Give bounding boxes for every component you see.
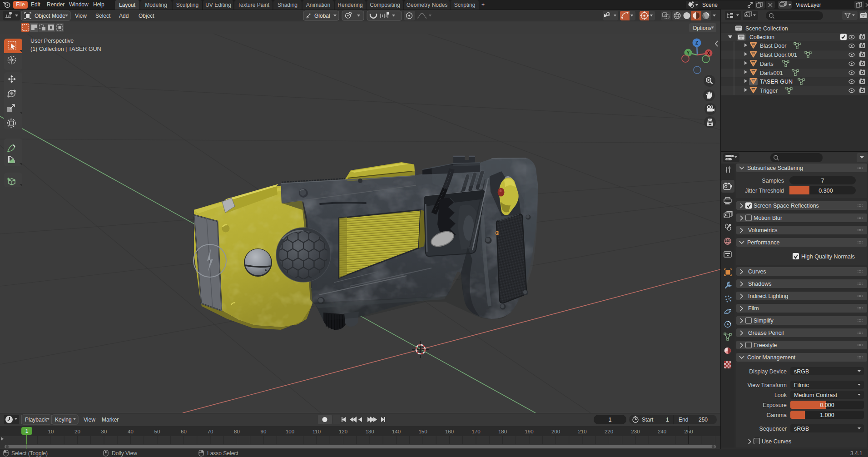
svg-text:60: 60: [181, 429, 187, 434]
svg-text:ViewLayer: ViewLayer: [796, 2, 821, 8]
svg-text:Film: Film: [748, 305, 759, 312]
svg-text:Indirect Lighting: Indirect Lighting: [748, 293, 788, 299]
svg-text:1: 1: [609, 417, 612, 423]
svg-text:130: 130: [365, 429, 374, 434]
svg-text:150: 150: [418, 429, 427, 434]
svg-text:Subsurface Scattering: Subsurface Scattering: [747, 165, 803, 171]
svg-text:Look: Look: [774, 392, 787, 398]
svg-text:Shadows: Shadows: [748, 281, 771, 287]
svg-text:Blast Door.001: Blast Door.001: [760, 52, 797, 58]
svg-text:70: 70: [208, 429, 213, 434]
svg-text:Start: Start: [642, 417, 654, 423]
svg-text:Samples: Samples: [762, 178, 784, 184]
svg-text:Trigger: Trigger: [760, 88, 778, 94]
svg-text:Select: Select: [95, 13, 111, 19]
svg-text:80: 80: [234, 429, 240, 434]
svg-text:Lasso Select: Lasso Select: [207, 450, 238, 457]
svg-text:170: 170: [471, 429, 480, 434]
svg-text:Select (Toggle): Select (Toggle): [11, 450, 48, 457]
svg-text:Y: Y: [687, 50, 690, 55]
svg-text:End: End: [679, 417, 688, 423]
svg-text:Playback: Playback: [25, 417, 48, 423]
svg-text:Screen Space Reflections: Screen Space Reflections: [754, 203, 819, 209]
svg-text:Keying: Keying: [55, 417, 72, 423]
svg-text:0.000: 0.000: [820, 402, 834, 408]
svg-text:240: 240: [658, 429, 666, 434]
svg-text:1.000: 1.000: [820, 412, 834, 418]
svg-text:Display Device: Display Device: [749, 368, 787, 375]
svg-text:Grease Pencil: Grease Pencil: [748, 330, 784, 336]
svg-text:Object: Object: [139, 13, 154, 19]
svg-text:120: 120: [339, 429, 347, 434]
svg-text:Scene Collection: Scene Collection: [745, 25, 788, 32]
svg-text:User Perspective: User Perspective: [30, 38, 74, 44]
svg-text:Motion Blur: Motion Blur: [754, 215, 782, 221]
svg-text:Performance: Performance: [747, 239, 780, 246]
svg-text:View Transform: View Transform: [747, 382, 787, 388]
svg-text:Jitter Threshold: Jitter Threshold: [745, 188, 784, 194]
svg-text:Filmic: Filmic: [794, 382, 809, 388]
svg-text:100: 100: [286, 429, 294, 434]
svg-text:TASER GUN: TASER GUN: [760, 79, 793, 85]
svg-text:3.4.1: 3.4.1: [850, 450, 863, 457]
svg-text:Options: Options: [693, 25, 711, 31]
svg-text:180: 180: [498, 429, 507, 434]
svg-text:Freestyle: Freestyle: [754, 342, 777, 348]
svg-text:Z: Z: [695, 40, 698, 45]
svg-text:Curves: Curves: [748, 268, 766, 275]
svg-text:Volumetrics: Volumetrics: [748, 227, 778, 233]
svg-text:Gamma: Gamma: [767, 412, 787, 418]
svg-text:40: 40: [128, 429, 134, 434]
svg-text:Simplify: Simplify: [754, 318, 774, 324]
svg-text:160: 160: [445, 429, 454, 434]
svg-text:250: 250: [699, 417, 708, 423]
svg-text:140: 140: [392, 429, 401, 434]
svg-text:Medium Contrast: Medium Contrast: [794, 392, 838, 398]
svg-text:View: View: [75, 13, 87, 19]
svg-text:Scene: Scene: [702, 2, 718, 8]
svg-text:High Quality Normals: High Quality Normals: [801, 253, 855, 260]
svg-text:210: 210: [578, 429, 586, 434]
svg-text:Dolly View: Dolly View: [112, 450, 137, 457]
svg-text:Global: Global: [314, 13, 330, 19]
svg-text:30: 30: [101, 429, 107, 434]
svg-text:20: 20: [74, 429, 80, 434]
svg-text:0.300: 0.300: [818, 188, 833, 194]
svg-text:230: 230: [631, 429, 640, 434]
svg-text:1: 1: [666, 417, 669, 423]
svg-text:Darts001: Darts001: [760, 70, 783, 76]
svg-text:190: 190: [525, 429, 533, 434]
svg-text:Object Mode: Object Mode: [35, 13, 65, 19]
svg-text:Collection: Collection: [749, 34, 774, 40]
svg-text:Use Curves: Use Curves: [762, 438, 791, 445]
svg-text:50: 50: [154, 429, 160, 434]
svg-text:sRGB: sRGB: [794, 426, 809, 432]
svg-text:View: View: [84, 417, 95, 423]
svg-text:10: 10: [48, 429, 54, 434]
svg-text:sRGB: sRGB: [794, 368, 809, 375]
svg-text:Exposure: Exposure: [763, 402, 787, 408]
svg-text:Blast Door: Blast Door: [760, 43, 786, 49]
svg-text:Color Management: Color Management: [747, 354, 796, 361]
svg-text:7: 7: [821, 178, 824, 184]
svg-text:Darts: Darts: [760, 61, 774, 67]
svg-text:220: 220: [605, 429, 613, 434]
svg-text:90: 90: [261, 429, 267, 434]
svg-text:X: X: [707, 51, 710, 56]
svg-text:200: 200: [551, 429, 560, 434]
svg-text:1: 1: [25, 428, 29, 434]
svg-text:Sequencer: Sequencer: [759, 426, 787, 432]
svg-text:Marker: Marker: [102, 417, 119, 423]
svg-text:(1) Collection | TASER GUN: (1) Collection | TASER GUN: [30, 46, 101, 52]
svg-text:Add: Add: [119, 13, 129, 19]
svg-text:110: 110: [312, 429, 321, 434]
